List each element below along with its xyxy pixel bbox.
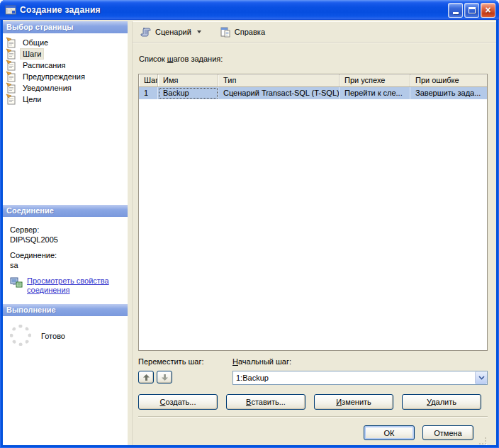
script-button[interactable]: Сценарий	[137, 24, 205, 40]
move-step-up-button[interactable]	[138, 371, 154, 383]
column-header-type[interactable]: Тип	[218, 74, 340, 86]
move-step-label: Переместить шаг:	[138, 357, 232, 367]
server-label: Сервер:	[10, 225, 122, 234]
sidebar-item-general[interactable]: Общие	[6, 37, 126, 48]
combobox-dropdown-button[interactable]	[475, 371, 487, 384]
progress-section: Готово	[3, 316, 128, 446]
move-step-down-button[interactable]	[157, 371, 172, 383]
job-steps-table: Шаг Имя Тип При успехе При ошибке 1 Back…	[138, 74, 488, 351]
close-icon: ×	[485, 4, 490, 17]
start-step-value: 1:Backup	[233, 374, 475, 382]
maximize-button[interactable]	[464, 3, 479, 18]
property-page-icon	[6, 71, 17, 82]
dropdown-chevron-icon	[478, 376, 485, 380]
minimize-button[interactable]	[448, 3, 463, 18]
down-arrow-icon	[162, 374, 168, 381]
property-page-icon	[6, 82, 17, 94]
resize-grip[interactable]	[478, 437, 488, 446]
status-text: Готово	[41, 332, 65, 340]
main-panel: Сценарий Справка Список шагов задания:	[132, 21, 496, 445]
dialog-window: Создание задания × Выбор страницы Общие …	[0, 0, 499, 448]
sidebar-item-label: Уведомления	[21, 83, 74, 93]
progress-spinner-icon	[10, 325, 31, 346]
connection-value: sa	[10, 261, 122, 269]
titlebar[interactable]: Создание задания ×	[0, 0, 499, 20]
cell-step: 1	[139, 87, 158, 99]
sidebar-item-label: Общие	[21, 38, 50, 47]
minimize-icon	[453, 12, 459, 14]
property-page-icon	[6, 37, 17, 48]
window-title: Создание задания	[20, 5, 448, 15]
server-connection-icon	[10, 276, 23, 288]
connection-label: Соединение:	[10, 251, 122, 259]
chevron-down-icon	[197, 30, 201, 33]
column-header-name[interactable]: Имя	[158, 74, 218, 86]
sidebar-item-label: Расписания	[21, 60, 67, 70]
connection-section-header: Соединение	[3, 205, 128, 217]
view-connection-properties-link[interactable]: Просмотреть свойства соединения	[27, 276, 122, 295]
toolbar: Сценарий Справка	[133, 21, 496, 43]
sidebar-item-targets[interactable]: Цели	[6, 94, 126, 105]
sidebar-item-notifications[interactable]: Уведомления	[6, 82, 126, 94]
sidebar-item-alerts[interactable]: Предупреждения	[6, 71, 126, 82]
sidebar-item-schedules[interactable]: Расписания	[6, 60, 126, 71]
delete-step-button[interactable]: Удалить	[402, 394, 481, 410]
sidebar-item-label: Предупреждения	[21, 72, 87, 82]
maximize-icon	[469, 7, 476, 13]
cell-on-success: Перейти к сле...	[340, 87, 410, 99]
sidebar-item-label: Цели	[21, 94, 43, 104]
cell-name: Backup	[158, 87, 218, 99]
up-arrow-icon	[143, 374, 150, 381]
table-empty-area	[139, 99, 487, 350]
property-page-icon	[6, 60, 17, 71]
start-step-combobox[interactable]: 1:Backup	[232, 371, 488, 385]
create-step-button[interactable]: Создать...	[138, 394, 218, 410]
pages-section-header: Выбор страницы	[3, 21, 128, 33]
column-header-on-success[interactable]: При успехе	[340, 74, 410, 86]
connection-section: Сервер: DIP\SQL2005 Соединение: sa Просм…	[3, 217, 128, 304]
sidebar-item-label: Шаги	[21, 49, 43, 59]
sidebar-item-steps[interactable]: Шаги	[6, 48, 126, 60]
page-tree: Общие Шаги Расписания Предупреждения Уве…	[3, 33, 128, 205]
progress-section-header: Выполнение	[3, 304, 128, 316]
cell-type: Сценарий Transact-SQL (T-SQL)	[218, 87, 340, 99]
edit-step-button[interactable]: Изменить	[314, 394, 393, 410]
step-list-label: Список шагов задания:	[139, 55, 488, 65]
help-button[interactable]: Справка	[216, 24, 269, 40]
help-button-label: Справка	[235, 28, 265, 36]
help-book-icon	[220, 26, 231, 38]
cancel-button[interactable]: Отмена	[422, 425, 473, 440]
cell-on-failure: Завершить зада...	[410, 87, 487, 99]
column-header-step[interactable]: Шаг	[139, 74, 158, 86]
footer: ОК Отмена	[138, 418, 488, 445]
script-button-label: Сценарий	[155, 28, 191, 36]
server-value: DIP\SQL2005	[10, 235, 122, 244]
sidebar: Выбор страницы Общие Шаги Расписания Пре…	[3, 21, 128, 445]
form-dialog-icon	[5, 4, 16, 16]
ok-button[interactable]: ОК	[364, 425, 415, 440]
close-button[interactable]: ×	[481, 3, 495, 18]
column-header-on-failure[interactable]: При ошибке	[410, 74, 487, 86]
property-page-icon	[6, 94, 17, 105]
insert-step-button[interactable]: Вставить...	[226, 394, 305, 410]
property-page-icon	[6, 48, 17, 60]
table-header-row: Шаг Имя Тип При успехе При ошибке	[139, 74, 487, 87]
script-scroll-icon	[140, 26, 152, 38]
table-row[interactable]: 1 Backup Сценарий Transact-SQL (T-SQL) П…	[139, 87, 487, 99]
start-step-label: Начальный шаг:	[232, 357, 488, 367]
